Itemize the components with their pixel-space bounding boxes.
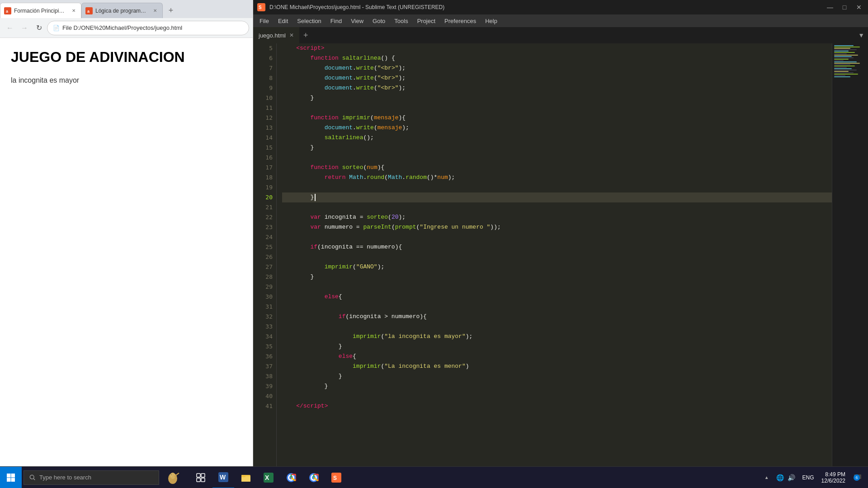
clock[interactable]: 8:49 PM 12/6/2022: [821, 471, 845, 484]
tab-more-button[interactable]: ▼: [854, 32, 868, 39]
svg-point-10: [30, 475, 34, 479]
time-display: 8:49 PM: [821, 471, 845, 478]
code-line-22: var incognita = sorteo(20);: [282, 212, 832, 222]
line-6: 6: [269, 53, 273, 63]
code-line-36: else{: [282, 352, 832, 361]
line-14: 14: [265, 133, 273, 143]
new-file-button[interactable]: +: [300, 31, 312, 40]
forward-button[interactable]: →: [18, 22, 31, 34]
taskbar-chrome2-button[interactable]: [303, 467, 325, 488]
browser-tab-2[interactable]: a Lógica de programación: Conce... ✕: [81, 3, 163, 18]
editor-tab-close[interactable]: ✕: [289, 32, 294, 38]
line-12: 12: [265, 113, 273, 123]
line-numbers: 5 6 7 8 9 10 11 12 13 14 15 16 17 18 19 …: [253, 43, 277, 477]
menu-edit[interactable]: Edit: [274, 14, 292, 27]
line-28: 28: [265, 272, 273, 282]
code-line-16: [282, 153, 832, 163]
notification-area[interactable]: 6: [853, 472, 863, 483]
line-19: 19: [265, 183, 273, 192]
address-bar[interactable]: 📄 File D:/ONE%20Michael/Proyectos/juego.…: [47, 21, 249, 35]
minimize-button[interactable]: —: [825, 2, 835, 13]
code-line-29: [282, 282, 832, 292]
line-26: 26: [265, 252, 273, 262]
system-tray-icons: 🌐 🔊: [776, 474, 795, 481]
menu-goto[interactable]: Goto: [368, 14, 390, 27]
svg-rect-7: [11, 474, 15, 478]
start-button[interactable]: [0, 467, 22, 488]
line-32: 32: [265, 312, 273, 322]
taskbar-chrome-button[interactable]: [280, 467, 302, 488]
menu-file[interactable]: File: [255, 14, 274, 27]
code-line-30: else{: [282, 292, 832, 302]
taskbar-search-box[interactable]: Type here to search: [24, 470, 159, 485]
taskbar-excel-button[interactable]: X: [258, 467, 279, 488]
code-line-5: <script>: [282, 43, 832, 53]
code-line-41: </script>: [282, 401, 832, 411]
language-indicator[interactable]: ENG: [802, 474, 814, 481]
page-title: JUEGO DE ADIVINACION: [11, 49, 242, 66]
line-15: 15: [265, 143, 273, 153]
taskbar-explorer-button[interactable]: [235, 467, 257, 488]
refresh-button[interactable]: ↻: [33, 22, 45, 34]
sublime-editor-tabs: juego.html ✕ + ▼: [253, 27, 868, 43]
line-20: 20: [265, 192, 273, 202]
volume-icon[interactable]: 🔊: [788, 474, 795, 481]
code-line-32: if(incognita > numumero){: [282, 312, 832, 322]
browser-toolbar: ← → ↻ 📄 File D:/ONE%20Michael/Proyectos/…: [0, 18, 253, 38]
line-25: 25: [265, 242, 273, 252]
line-16: 16: [265, 153, 273, 163]
line-34: 34: [265, 332, 273, 342]
line-30: 30: [265, 292, 273, 302]
line-27: 27: [265, 262, 273, 272]
taskbar-sublime-button[interactable]: S: [326, 467, 347, 488]
line-40: 40: [265, 391, 273, 401]
menu-find[interactable]: Find: [326, 14, 346, 27]
line-33: 33: [265, 322, 273, 332]
close-button[interactable]: ✕: [854, 2, 864, 13]
code-line-13: document.write(mensaje);: [282, 123, 832, 133]
network-icon[interactable]: 🌐: [776, 474, 784, 481]
tab2-close-button[interactable]: ✕: [151, 7, 159, 14]
new-tab-button[interactable]: +: [165, 4, 177, 17]
code-line-20: }: [282, 192, 832, 202]
menu-project[interactable]: Project: [413, 14, 440, 27]
maximize-button[interactable]: □: [839, 2, 850, 13]
minimap-content: [832, 43, 868, 80]
code-line-19: [282, 183, 832, 192]
code-content[interactable]: <script> function saltarlinea() { docume…: [277, 43, 832, 477]
tab1-close-button[interactable]: ✕: [70, 7, 77, 14]
line-8: 8: [269, 73, 273, 83]
menu-selection[interactable]: Selection: [292, 14, 326, 27]
taskbar-word-button[interactable]: W: [212, 467, 234, 488]
code-line-21: [282, 202, 832, 212]
menu-help[interactable]: Help: [481, 14, 502, 27]
line-11: 11: [265, 103, 273, 113]
code-line-10: }: [282, 93, 832, 103]
code-line-37: imprimir("La incognita es menor"): [282, 361, 832, 371]
sublime-menubar: File Edit Selection Find View Goto Tools…: [253, 14, 868, 27]
tab1-favicon: a: [4, 7, 11, 14]
code-line-35: }: [282, 342, 832, 352]
page-text: la incognita es mayor: [11, 76, 242, 84]
line-10: 10: [265, 93, 273, 103]
system-tray-expand[interactable]: ▲: [764, 475, 769, 480]
taskbar: Type here to search W X: [0, 466, 868, 488]
code-line-25: if(incognita == numumero){: [282, 242, 832, 252]
tab2-favicon: a: [85, 7, 93, 14]
task-view-button[interactable]: [190, 467, 212, 488]
line-23: 23: [265, 222, 273, 232]
sublime-editor-area[interactable]: 5 6 7 8 9 10 11 12 13 14 15 16 17 18 19 …: [253, 43, 868, 477]
back-button[interactable]: ←: [4, 22, 16, 34]
line-35: 35: [265, 342, 273, 352]
menu-tools[interactable]: Tools: [390, 14, 412, 27]
code-line-33: [282, 322, 832, 332]
sublime-titlebar: S D:\ONE Michael\Proyectos\juego.html - …: [253, 0, 868, 14]
svg-text:S: S: [333, 475, 337, 481]
taskbar-bird-icon[interactable]: [159, 467, 186, 488]
minimap[interactable]: [832, 43, 868, 477]
menu-view[interactable]: View: [346, 14, 368, 27]
browser-tab-1[interactable]: a Formación Principiante en Progr... ✕: [0, 3, 81, 18]
menu-preferences[interactable]: Preferences: [440, 14, 481, 27]
editor-tab-juego[interactable]: juego.html ✕: [253, 27, 300, 43]
line-7: 7: [269, 63, 273, 73]
